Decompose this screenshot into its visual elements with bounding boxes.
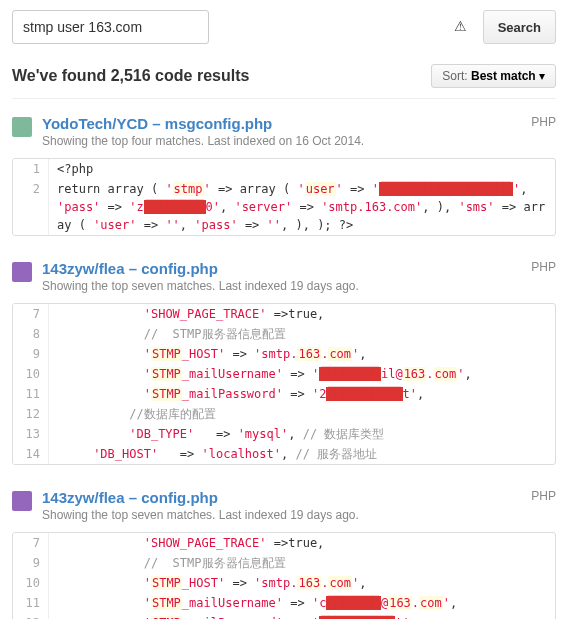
line-content: 'STMP_HOST' => 'smtp.163.com', [49, 573, 555, 593]
line-number: 12 [13, 404, 49, 424]
line-number: 9 [13, 553, 49, 573]
search-button[interactable]: Search [483, 10, 556, 44]
code-line: 7 'SHOW_PAGE_TRACE' =>true, [13, 304, 555, 324]
code-line: 10 'STMP_mailUsername' => '████████il@16… [13, 364, 555, 384]
code-line: 12 //数据库的配置 [13, 404, 555, 424]
line-content: 'SHOW_PAGE_TRACE' =>true, [49, 533, 555, 553]
search-bar: ⚠ Search [12, 10, 556, 44]
code-line: 14 'DB_HOST' => 'localhost', // 服务器地址 [13, 444, 555, 464]
search-input[interactable] [12, 10, 209, 44]
line-number: 10 [13, 364, 49, 384]
result-link[interactable]: YodoTech/YCD – msgconfig.php [42, 115, 272, 132]
line-number: 9 [13, 344, 49, 364]
sort-dropdown[interactable]: Sort: Best match ▾ [431, 64, 556, 88]
result-link[interactable]: 143zyw/flea – config.php [42, 260, 218, 277]
code-line: 8 // STMP服务器信息配置 [13, 324, 555, 344]
line-number: 11 [13, 384, 49, 404]
avatar [12, 117, 32, 137]
language-label: PHP [531, 489, 556, 503]
line-content: 'SHOW_PAGE_TRACE' =>true, [49, 304, 555, 324]
code-line: 7 'SHOW_PAGE_TRACE' =>true, [13, 533, 555, 553]
result-subtext: Showing the top seven matches. Last inde… [42, 508, 521, 522]
line-number: 14 [13, 444, 49, 464]
sort-value: Best match [471, 69, 536, 83]
search-result: YodoTech/YCD – msgconfig.phpShowing the … [12, 115, 556, 236]
avatar [12, 491, 32, 511]
search-result: 143zyw/flea – config.phpShowing the top … [12, 489, 556, 619]
language-label: PHP [531, 260, 556, 274]
result-subtext: Showing the top seven matches. Last inde… [42, 279, 521, 293]
line-content: // STMP服务器信息配置 [49, 324, 555, 344]
code-line: 9 // STMP服务器信息配置 [13, 553, 555, 573]
line-number: 8 [13, 324, 49, 344]
chevron-down-icon: ▾ [539, 69, 545, 83]
line-number: 10 [13, 573, 49, 593]
language-label: PHP [531, 115, 556, 129]
code-line: 11 'STMP_mailPassword' => '2██████████t'… [13, 384, 555, 404]
line-content: return array ( 'stmp' => array ( 'user' … [49, 179, 555, 235]
code-line: 9 'STMP_HOST' => 'smtp.163.com', [13, 344, 555, 364]
avatar [12, 262, 32, 282]
result-link[interactable]: 143zyw/flea – config.php [42, 489, 218, 506]
search-result: 143zyw/flea – config.phpShowing the top … [12, 260, 556, 465]
code-line: 13 'DB_TYPE' => 'mysql', // 数据库类型 [13, 424, 555, 444]
code-line: 10 'STMP_HOST' => 'smtp.163.com', [13, 573, 555, 593]
line-number: 12 [13, 613, 49, 619]
sort-label: Sort: [442, 69, 467, 83]
line-number: 13 [13, 424, 49, 444]
line-content: 'DB_TYPE' => 'mysql', // 数据库类型 [49, 424, 555, 444]
line-content: 'STMP_mailPassword' => '██████████t', [49, 613, 555, 619]
result-subtext: Showing the top four matches. Last index… [42, 134, 521, 148]
code-line: 12 'STMP_mailPassword' => '██████████t', [13, 613, 555, 619]
code-line: 1<?php [13, 159, 555, 179]
line-number: 7 [13, 533, 49, 553]
code-line: 11 'STMP_mailUsername' => 'c███████@163.… [13, 593, 555, 613]
warning-icon: ⚠ [454, 18, 467, 34]
line-content: // STMP服务器信息配置 [49, 553, 555, 573]
line-content: 'DB_HOST' => 'localhost', // 服务器地址 [49, 444, 555, 464]
code-line: 2return array ( 'stmp' => array ( 'user'… [13, 179, 555, 235]
line-content: 'STMP_mailUsername' => 'c███████@163.com… [49, 593, 555, 613]
line-number: 1 [13, 159, 49, 179]
code-snippet: 7 'SHOW_PAGE_TRACE' =>true,8 // STMP服务器信… [12, 303, 556, 465]
line-content: //数据库的配置 [49, 404, 555, 424]
line-number: 11 [13, 593, 49, 613]
line-content: 'STMP_mailPassword' => '2██████████t', [49, 384, 555, 404]
line-content: 'STMP_mailUsername' => '████████il@163.c… [49, 364, 555, 384]
code-snippet: 7 'SHOW_PAGE_TRACE' =>true,9 // STMP服务器信… [12, 532, 556, 619]
results-heading: We've found 2,516 code results [12, 67, 249, 85]
line-content: 'STMP_HOST' => 'smtp.163.com', [49, 344, 555, 364]
line-number: 2 [13, 179, 49, 235]
line-content: <?php [49, 159, 555, 179]
line-number: 7 [13, 304, 49, 324]
code-snippet: 1<?php2return array ( 'stmp' => array ( … [12, 158, 556, 236]
